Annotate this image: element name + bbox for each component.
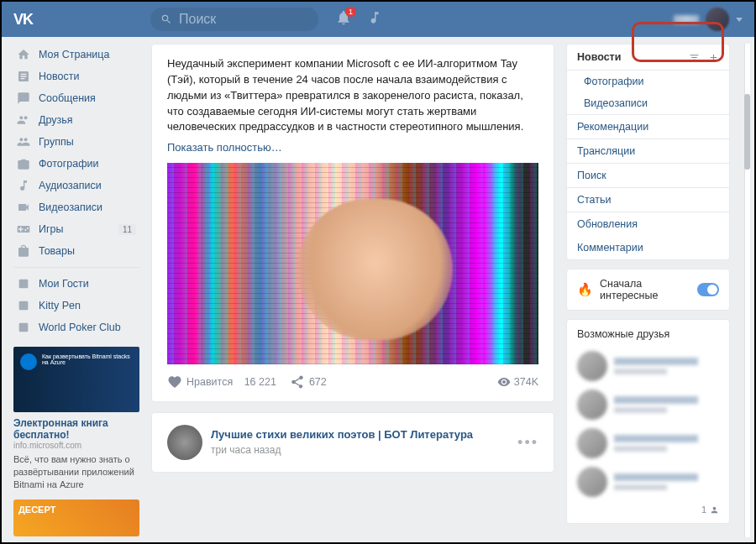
toggle-switch[interactable] — [697, 283, 719, 296]
heart-icon — [167, 374, 182, 390]
nav-games[interactable]: Игры11 — [13, 218, 139, 240]
ad-text: Всё, что вам нужно знать о развёртывании… — [13, 453, 139, 491]
news-icon — [17, 70, 30, 83]
separator — [13, 267, 139, 268]
filter-icon[interactable] — [689, 52, 700, 63]
fire-icon: 🔥 — [577, 282, 593, 297]
svg-rect-0 — [19, 280, 29, 289]
possible-friends: Возможные друзья 1 — [566, 319, 730, 524]
share-icon — [290, 374, 305, 390]
ad-subtitle: info.microsoft.com — [13, 441, 139, 450]
left-sidebar: Моя Страница Новости Сообщения Друзья Гр… — [13, 44, 139, 536]
friend-suggestion[interactable] — [577, 347, 719, 385]
nav-photos[interactable]: Фотографии — [13, 153, 139, 175]
friends-footer[interactable]: 1 — [577, 505, 719, 515]
notif-badge: 1 — [345, 7, 356, 17]
tab-photos[interactable]: Фотографии — [567, 71, 729, 92]
header-bar: VK Поиск 1 — [2, 2, 754, 37]
nav-my-page[interactable]: Моя Страница — [13, 44, 139, 65]
app-icon — [17, 321, 30, 334]
avatar — [706, 8, 729, 31]
bag-icon — [17, 244, 30, 258]
app-guests[interactable]: Мои Гости — [13, 273, 139, 295]
groups-icon — [17, 135, 30, 149]
ad-block-2[interactable]: ДЕСЕРТ — [13, 500, 139, 536]
show-more-link[interactable]: Показать полностью… — [167, 141, 282, 154]
person-icon — [710, 505, 719, 515]
vk-logo[interactable]: VK — [13, 11, 33, 29]
share-button[interactable]: 672 — [290, 374, 327, 390]
scrollbar-track[interactable] — [744, 44, 750, 537]
music-icon — [367, 10, 382, 25]
eye-icon — [497, 375, 511, 389]
post-text: Неудачный эксперимент компании Microsoft… — [167, 56, 538, 135]
search-box[interactable]: Поиск — [150, 8, 318, 31]
right-sidebar: Новости Фотографии Видеозаписи Рекоменда… — [566, 44, 730, 536]
friend-suggestion[interactable] — [577, 424, 719, 463]
tabs-header: Новости — [567, 44, 729, 71]
friends-header: Возможные друзья — [577, 328, 719, 340]
user-menu[interactable] — [674, 8, 743, 31]
video-icon — [17, 201, 30, 214]
friends-icon — [17, 113, 30, 127]
svg-rect-2 — [19, 323, 29, 332]
svg-rect-1 — [19, 301, 29, 311]
tab-streams[interactable]: Трансляции — [567, 139, 729, 163]
chevron-down-icon — [736, 18, 743, 22]
games-badge: 11 — [118, 224, 136, 235]
tab-news-label[interactable]: Новости — [577, 51, 621, 63]
nav-groups[interactable]: Группы — [13, 131, 139, 153]
views-count: 374K — [497, 374, 538, 390]
search-icon — [160, 13, 172, 25]
home-icon — [17, 48, 30, 61]
like-button[interactable]: Нравится 16 221 — [167, 374, 276, 390]
post-author-name[interactable]: Лучшие стихи великих поэтов | БОТ Литера… — [211, 427, 473, 443]
nav-market[interactable]: Товары — [13, 240, 139, 262]
post-menu-button[interactable]: ••• — [517, 432, 538, 453]
ad-block[interactable]: Как развертывать Bitnami stacks на Azure… — [13, 347, 139, 491]
tab-comments[interactable]: Комментарии — [567, 236, 729, 259]
app-icon — [17, 299, 30, 312]
main-feed: Неудачный эксперимент компании Microsoft… — [151, 44, 554, 536]
tab-recs[interactable]: Рекомендации — [567, 115, 729, 139]
music-button[interactable] — [367, 10, 382, 29]
app-poker[interactable]: World Poker Club — [13, 316, 139, 338]
scrollbar-thumb[interactable] — [744, 94, 750, 170]
nav-news[interactable]: Новости — [13, 65, 139, 87]
app-icon — [17, 277, 30, 290]
tabs-panel: Новости Фотографии Видеозаписи Рекоменда… — [566, 44, 730, 260]
post-1: Неудачный эксперимент компании Microsoft… — [151, 44, 554, 402]
friend-suggestion[interactable] — [577, 385, 719, 424]
app-kitty[interactable]: Kitty Pen — [13, 295, 139, 316]
photo-icon — [17, 157, 30, 170]
post-author-avatar[interactable] — [167, 425, 202, 460]
nav-messages[interactable]: Сообщения — [13, 87, 139, 109]
interesting-first-toggle-row: 🔥 Сначала интересные — [566, 269, 730, 311]
tab-updates[interactable]: Обновления — [567, 212, 729, 236]
post-time: три часа назад — [211, 443, 473, 458]
nav-video[interactable]: Видеозаписи — [13, 196, 139, 218]
nav-audio[interactable]: Аудиозаписи — [13, 175, 139, 196]
friend-suggestion[interactable] — [577, 463, 719, 501]
ad-title: Электронная книга бесплатно! — [13, 417, 139, 441]
post-2: Лучшие стихи великих поэтов | БОТ Литера… — [151, 412, 554, 473]
search-placeholder: Поиск — [179, 12, 216, 27]
ad-image: Как развертывать Bitnami stacks на Azure — [13, 347, 139, 412]
user-name-blurred — [674, 15, 699, 24]
tab-videos[interactable]: Видеозаписи — [567, 92, 729, 114]
audio-icon — [17, 179, 30, 192]
post-actions: Нравится 16 221 672 374K — [167, 374, 538, 390]
post-image[interactable] — [167, 163, 538, 364]
tab-search[interactable]: Поиск — [567, 164, 729, 187]
tab-articles[interactable]: Статьи — [567, 188, 729, 212]
return-interesting-label: Сначала интересные — [600, 278, 690, 301]
nav-friends[interactable]: Друзья — [13, 109, 139, 131]
game-icon — [17, 222, 30, 236]
notifications-button[interactable]: 1 — [335, 9, 352, 29]
plus-icon[interactable] — [708, 52, 719, 63]
message-icon — [17, 92, 30, 105]
